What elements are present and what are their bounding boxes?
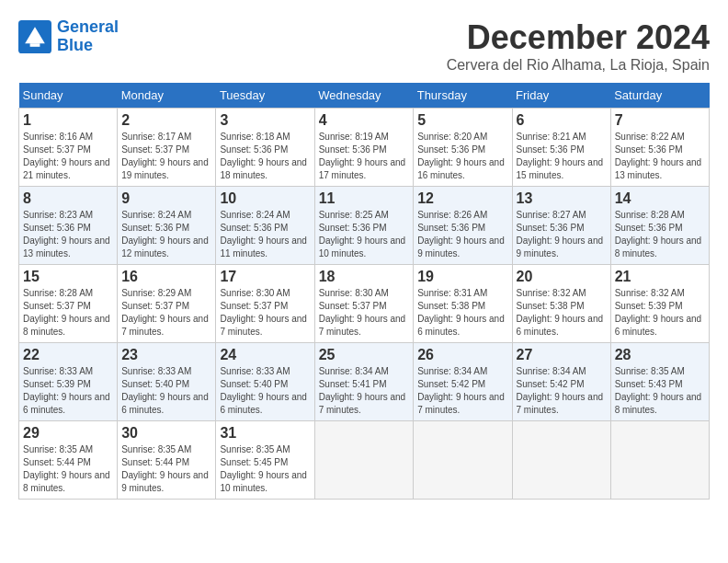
calendar-cell: 21 Sunrise: 8:32 AM Sunset: 5:39 PM Dayl… (610, 265, 709, 343)
day-number: 15 (23, 269, 113, 285)
day-info: Sunrise: 8:31 AM Sunset: 5:38 PM Dayligh… (417, 287, 507, 339)
calendar-cell: 24 Sunrise: 8:33 AM Sunset: 5:40 PM Dayl… (216, 343, 314, 421)
day-info: Sunrise: 8:26 AM Sunset: 5:36 PM Dayligh… (417, 209, 507, 260)
day-info: Sunrise: 8:35 AM Sunset: 5:44 PM Dayligh… (121, 443, 211, 495)
col-monday: Monday (118, 83, 216, 109)
day-info: Sunrise: 8:16 AM Sunset: 5:37 PM Dayligh… (23, 131, 113, 182)
day-info: Sunrise: 8:17 AM Sunset: 5:37 PM Dayligh… (121, 131, 211, 182)
logo-icon (18, 20, 51, 53)
day-info: Sunrise: 8:33 AM Sunset: 5:40 PM Dayligh… (121, 365, 211, 417)
calendar-cell: 4 Sunrise: 8:19 AM Sunset: 5:36 PM Dayli… (314, 109, 414, 187)
calendar-row: 1 Sunrise: 8:16 AM Sunset: 5:37 PM Dayli… (19, 109, 710, 187)
calendar-table: Sunday Monday Tuesday Wednesday Thursday… (18, 83, 710, 500)
day-number: 11 (319, 190, 410, 207)
calendar-cell (414, 421, 512, 500)
header: General Blue December 2024 Cervera del R… (18, 18, 710, 74)
col-thursday: Thursday (414, 83, 512, 109)
day-info: Sunrise: 8:29 AM Sunset: 5:37 PM Dayligh… (121, 287, 211, 339)
calendar-cell: 18 Sunrise: 8:30 AM Sunset: 5:37 PM Dayl… (314, 265, 414, 343)
calendar-cell: 17 Sunrise: 8:30 AM Sunset: 5:37 PM Dayl… (216, 265, 314, 343)
day-number: 24 (220, 347, 310, 363)
day-number: 28 (615, 347, 705, 363)
day-number: 5 (417, 112, 507, 129)
calendar-cell: 12 Sunrise: 8:26 AM Sunset: 5:36 PM Dayl… (414, 187, 512, 265)
day-info: Sunrise: 8:25 AM Sunset: 5:36 PM Dayligh… (319, 209, 410, 260)
calendar-row: 15 Sunrise: 8:28 AM Sunset: 5:37 PM Dayl… (19, 265, 710, 343)
day-number: 30 (121, 425, 211, 442)
day-number: 3 (220, 112, 310, 129)
day-info: Sunrise: 8:34 AM Sunset: 5:42 PM Dayligh… (517, 365, 607, 417)
day-number: 27 (517, 347, 607, 363)
calendar-cell: 19 Sunrise: 8:31 AM Sunset: 5:38 PM Dayl… (414, 265, 512, 343)
day-number: 1 (23, 112, 113, 129)
day-info: Sunrise: 8:28 AM Sunset: 5:36 PM Dayligh… (615, 209, 705, 260)
calendar-cell: 27 Sunrise: 8:34 AM Sunset: 5:42 PM Dayl… (512, 343, 610, 421)
day-number: 19 (417, 269, 507, 285)
day-number: 26 (417, 347, 507, 363)
col-friday: Friday (512, 83, 610, 109)
day-info: Sunrise: 8:33 AM Sunset: 5:40 PM Dayligh… (220, 365, 310, 417)
day-number: 18 (319, 269, 410, 285)
day-number: 23 (121, 347, 211, 363)
calendar-cell: 2 Sunrise: 8:17 AM Sunset: 5:37 PM Dayli… (118, 109, 216, 187)
logo-text: General Blue (57, 18, 119, 55)
calendar-cell: 8 Sunrise: 8:23 AM Sunset: 5:36 PM Dayli… (19, 187, 118, 265)
calendar-cell: 26 Sunrise: 8:34 AM Sunset: 5:42 PM Dayl… (414, 343, 512, 421)
day-number: 4 (319, 112, 410, 129)
day-info: Sunrise: 8:27 AM Sunset: 5:36 PM Dayligh… (517, 209, 607, 260)
calendar-cell: 31 Sunrise: 8:35 AM Sunset: 5:45 PM Dayl… (216, 421, 314, 500)
day-number: 20 (517, 269, 607, 285)
day-number: 8 (23, 190, 113, 207)
day-number: 14 (615, 190, 705, 207)
day-info: Sunrise: 8:19 AM Sunset: 5:36 PM Dayligh… (319, 131, 410, 182)
day-info: Sunrise: 8:23 AM Sunset: 5:36 PM Dayligh… (23, 209, 113, 260)
month-title: December 2024 (447, 18, 710, 57)
calendar-header-row: Sunday Monday Tuesday Wednesday Thursday… (19, 83, 710, 109)
col-wednesday: Wednesday (314, 83, 414, 109)
calendar-cell: 28 Sunrise: 8:35 AM Sunset: 5:43 PM Dayl… (610, 343, 709, 421)
title-section: December 2024 Cervera del Rio Alhama, La… (447, 18, 710, 74)
day-number: 29 (23, 425, 113, 442)
calendar-cell: 14 Sunrise: 8:28 AM Sunset: 5:36 PM Dayl… (610, 187, 709, 265)
day-info: Sunrise: 8:34 AM Sunset: 5:42 PM Dayligh… (417, 365, 507, 417)
calendar-cell: 9 Sunrise: 8:24 AM Sunset: 5:36 PM Dayli… (118, 187, 216, 265)
day-info: Sunrise: 8:24 AM Sunset: 5:36 PM Dayligh… (121, 209, 211, 260)
day-number: 13 (517, 190, 607, 207)
day-number: 16 (121, 269, 211, 285)
col-sunday: Sunday (19, 83, 118, 109)
col-tuesday: Tuesday (216, 83, 314, 109)
calendar-row: 29 Sunrise: 8:35 AM Sunset: 5:44 PM Dayl… (19, 421, 710, 500)
logo-line2: Blue (57, 36, 93, 54)
day-number: 2 (121, 112, 211, 129)
calendar-cell: 30 Sunrise: 8:35 AM Sunset: 5:44 PM Dayl… (118, 421, 216, 500)
logo-line1: General (57, 17, 119, 36)
calendar-cell: 6 Sunrise: 8:21 AM Sunset: 5:36 PM Dayli… (512, 109, 610, 187)
day-info: Sunrise: 8:24 AM Sunset: 5:36 PM Dayligh… (220, 209, 310, 260)
day-info: Sunrise: 8:32 AM Sunset: 5:39 PM Dayligh… (615, 287, 705, 339)
day-info: Sunrise: 8:20 AM Sunset: 5:36 PM Dayligh… (417, 131, 507, 182)
day-number: 10 (220, 190, 310, 207)
calendar-row: 22 Sunrise: 8:33 AM Sunset: 5:39 PM Dayl… (19, 343, 710, 421)
day-number: 6 (517, 112, 607, 129)
calendar-cell: 5 Sunrise: 8:20 AM Sunset: 5:36 PM Dayli… (414, 109, 512, 187)
day-info: Sunrise: 8:18 AM Sunset: 5:36 PM Dayligh… (220, 131, 310, 182)
day-number: 17 (220, 269, 310, 285)
day-info: Sunrise: 8:33 AM Sunset: 5:39 PM Dayligh… (23, 365, 113, 417)
calendar-row: 8 Sunrise: 8:23 AM Sunset: 5:36 PM Dayli… (19, 187, 710, 265)
day-info: Sunrise: 8:28 AM Sunset: 5:37 PM Dayligh… (23, 287, 113, 339)
calendar-cell: 29 Sunrise: 8:35 AM Sunset: 5:44 PM Dayl… (19, 421, 118, 500)
day-number: 25 (319, 347, 410, 363)
day-info: Sunrise: 8:35 AM Sunset: 5:45 PM Dayligh… (220, 443, 310, 495)
calendar-cell: 15 Sunrise: 8:28 AM Sunset: 5:37 PM Dayl… (19, 265, 118, 343)
day-number: 12 (417, 190, 507, 207)
calendar-cell: 10 Sunrise: 8:24 AM Sunset: 5:36 PM Dayl… (216, 187, 314, 265)
calendar-cell (512, 421, 610, 500)
day-info: Sunrise: 8:22 AM Sunset: 5:36 PM Dayligh… (615, 131, 705, 182)
calendar-cell: 22 Sunrise: 8:33 AM Sunset: 5:39 PM Dayl… (19, 343, 118, 421)
day-number: 7 (615, 112, 705, 129)
day-number: 31 (220, 425, 310, 442)
calendar-cell (610, 421, 709, 500)
location-title: Cervera del Rio Alhama, La Rioja, Spain (447, 57, 710, 74)
svg-rect-2 (30, 43, 40, 47)
calendar-cell: 25 Sunrise: 8:34 AM Sunset: 5:41 PM Dayl… (314, 343, 414, 421)
